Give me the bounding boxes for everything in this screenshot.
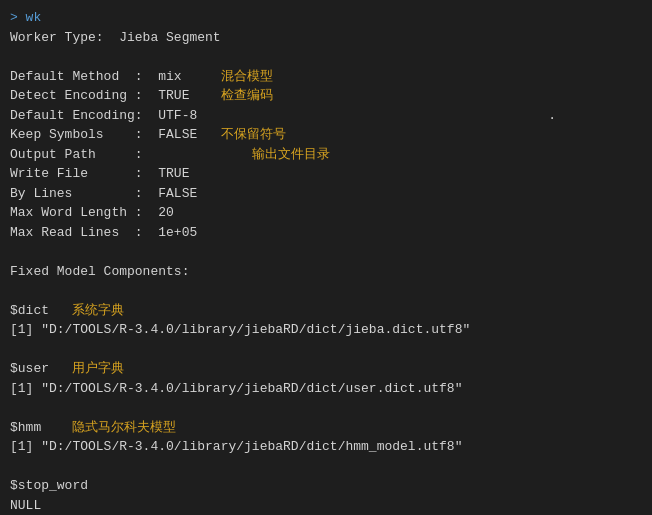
- worker-type-line: Worker Type: Jieba Segment: [10, 28, 642, 48]
- default-encoding-key: Default Encoding: UTF-8: [10, 108, 197, 123]
- default-method-line: Default Method : mix 混合模型: [10, 67, 642, 87]
- user-var-line: $user 用户字典: [10, 359, 642, 379]
- user-var: $user: [10, 361, 49, 376]
- fixed-model-line: Fixed Model Components:: [10, 262, 642, 282]
- dict-var: $dict: [10, 303, 49, 318]
- by-lines-line: By Lines : FALSE: [10, 184, 642, 204]
- max-word-length-line: Max Word Length : 20: [10, 203, 642, 223]
- keep-symbols-key: Keep Symbols : FALSE: [10, 127, 197, 142]
- default-encoding-line: Default Encoding: UTF-8 .: [10, 106, 642, 126]
- keep-symbols-line: Keep Symbols : FALSE 不保留符号: [10, 125, 642, 145]
- blank4: [10, 340, 642, 360]
- keep-symbols-annotation: 不保留符号: [221, 127, 286, 142]
- max-read-lines-line: Max Read Lines : 1e+05: [10, 223, 642, 243]
- output-path-annotation: 输出文件目录: [252, 147, 330, 162]
- blank6: [10, 457, 642, 477]
- hmm-var: $hmm: [10, 420, 41, 435]
- hmm-var-line: $hmm 隐式马尔科夫模型: [10, 418, 642, 438]
- default-method-key: Default Method : mix: [10, 69, 182, 84]
- blank1: [10, 47, 642, 67]
- default-method-annotation: 混合模型: [221, 69, 273, 84]
- dict-annotation: 系统字典: [72, 303, 124, 318]
- hmm-value-line: [1] "D:/TOOLS/R-3.4.0/library/jiebaRD/di…: [10, 437, 642, 457]
- stop-word-var-line: $stop_word: [10, 476, 642, 496]
- blank5: [10, 398, 642, 418]
- terminal-window: > wk Worker Type: Jieba Segment Default …: [0, 0, 652, 515]
- dict-var-line: $dict 系统字典: [10, 301, 642, 321]
- prompt-line: > wk: [10, 8, 642, 28]
- blank3: [10, 281, 642, 301]
- user-annotation: 用户字典: [72, 361, 124, 376]
- hmm-annotation: 隐式马尔科夫模型: [72, 420, 176, 435]
- user-value-line: [1] "D:/TOOLS/R-3.4.0/library/jiebaRD/di…: [10, 379, 642, 399]
- dict-value-line: [1] "D:/TOOLS/R-3.4.0/library/jiebaRD/di…: [10, 320, 642, 340]
- output-path-key: Output Path :: [10, 147, 143, 162]
- write-file-line: Write File : TRUE: [10, 164, 642, 184]
- output-path-line: Output Path : 输出文件目录: [10, 145, 642, 165]
- stop-word-value-line: NULL: [10, 496, 642, 516]
- detect-encoding-annotation: 检查编码: [221, 88, 273, 103]
- default-encoding-dot: .: [548, 108, 556, 123]
- detect-encoding-key: Detect Encoding : TRUE: [10, 88, 189, 103]
- blank2: [10, 242, 642, 262]
- detect-encoding-line: Detect Encoding : TRUE 检查编码: [10, 86, 642, 106]
